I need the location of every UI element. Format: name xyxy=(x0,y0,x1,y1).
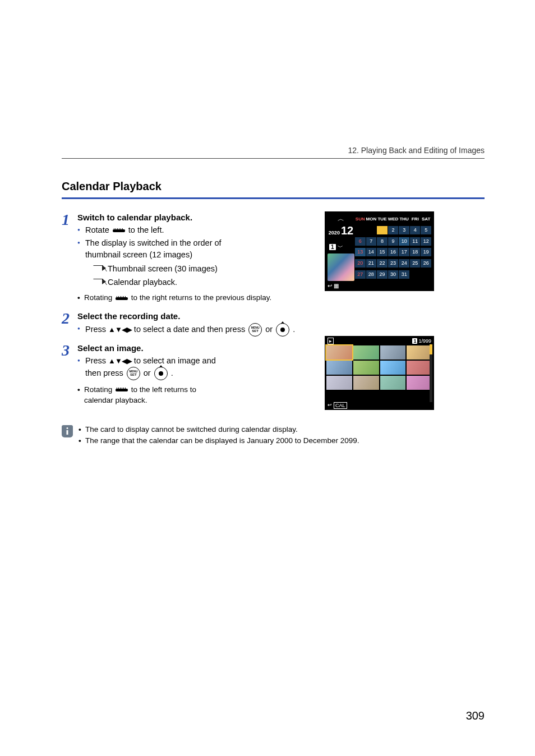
dpad-icon: ▲▼◀▶ xyxy=(108,356,132,367)
chevron-down-icon: ﹀ xyxy=(338,243,343,251)
calendar-day: 29 xyxy=(377,270,388,279)
section-divider xyxy=(62,197,485,199)
thumbnail xyxy=(353,361,379,375)
rear-dial-icon xyxy=(116,387,128,393)
calendar-day: 17 xyxy=(399,248,409,256)
calendar-day: 18 xyxy=(410,248,421,256)
divider xyxy=(62,158,485,159)
sequence-item: Thumbnail screen (30 images) xyxy=(95,263,223,275)
thumbnail xyxy=(326,376,352,390)
calendar-day: 9 xyxy=(388,237,399,246)
thumbnail xyxy=(407,361,432,375)
thumbnail xyxy=(353,345,379,359)
calendar-grid: SUN MON TUE WED THU FRI SAT 1 2 3 4 5 6 xyxy=(355,215,431,281)
calendar-day: 15 xyxy=(377,248,388,256)
calendar-day: 6 xyxy=(355,237,366,246)
instruction-text: Press ▲▼◀▶ to select an image and then p… xyxy=(77,355,223,380)
calendar-screenshot: ︿ 2020 12 1 ﹀ SUN MON TUE WED xyxy=(325,211,434,291)
calendar-day: 2 xyxy=(388,226,399,234)
calendar-day: 5 xyxy=(421,226,431,234)
calendar-day: 28 xyxy=(366,270,377,279)
weekday-header: THU xyxy=(399,215,409,223)
playback-icon: ▸ xyxy=(328,338,334,344)
calendar-day: 19 xyxy=(421,248,431,256)
weekday-header: WED xyxy=(388,215,399,223)
chapter-header: 12. Playing Back and Editing of Images xyxy=(62,146,485,155)
instruction-text: The display is switched in the order of … xyxy=(77,237,223,288)
calendar-month: 12 xyxy=(341,224,353,237)
info-note: The card to display cannot be switched d… xyxy=(62,424,485,447)
calendar-day: 31 xyxy=(399,270,409,279)
calendar-day: 8 xyxy=(377,237,388,246)
thumbnail xyxy=(353,376,379,390)
card-slot-icon: 1 xyxy=(412,338,417,344)
calendar-year: 2020 xyxy=(329,230,340,236)
info-item: The range that the calendar can be displ… xyxy=(79,435,359,446)
calendar-day: 25 xyxy=(410,259,421,268)
info-icon xyxy=(62,425,73,437)
calendar-day: 12 xyxy=(421,237,431,246)
calendar-day: 23 xyxy=(388,259,399,268)
return-icon: ↩ xyxy=(328,283,332,289)
section-title: Calendar Playback xyxy=(62,180,485,193)
rear-dial-icon xyxy=(113,228,125,233)
calendar-day-today: 13 xyxy=(355,248,366,256)
return-icon: ↩ xyxy=(328,402,332,409)
calendar-day: 14 xyxy=(366,248,377,256)
calendar-day: 7 xyxy=(366,237,377,246)
scrollbar xyxy=(430,344,432,402)
calendar-day: 30 xyxy=(388,270,399,279)
weekday-header: MON xyxy=(366,215,377,223)
grid-icon: ▦ xyxy=(334,283,339,289)
calendar-day: 16 xyxy=(388,248,399,256)
calendar-day: 24 xyxy=(399,259,409,268)
instruction-text: Press ▲▼◀▶ to select a date and then pre… xyxy=(77,323,485,336)
thumbnail xyxy=(380,345,406,359)
thumbnail-grid-screenshot: ▸ 11/999 ↩CAL xyxy=(325,336,434,410)
calendar-day: 22 xyxy=(377,259,388,268)
note-text: Rotating to the left returns to calendar… xyxy=(77,385,223,406)
cal-label: CAL xyxy=(334,402,347,409)
sequence-item: Calendar playback. xyxy=(95,276,223,288)
joystick-icon xyxy=(154,367,168,380)
note-text: Rotating to the right returns to the pre… xyxy=(77,293,485,303)
thumbnail xyxy=(380,376,406,390)
calendar-day-selected: 1 xyxy=(377,226,388,234)
weekday-header: SUN xyxy=(355,215,366,223)
weekday-header: FRI xyxy=(410,215,421,223)
calendar-day: 10 xyxy=(399,237,409,246)
calendar-day: 21 xyxy=(366,259,377,268)
calendar-day: 27 xyxy=(355,270,366,279)
card-slot-icon: 1 xyxy=(329,244,336,250)
joystick-icon xyxy=(276,323,289,336)
thumbnail xyxy=(380,361,406,375)
calendar-day: 3 xyxy=(399,226,409,234)
step-heading: Select the recording date. xyxy=(77,311,485,321)
step-number: 2 xyxy=(62,310,77,341)
info-item: The card to display cannot be switched d… xyxy=(79,424,359,435)
page-number: 309 xyxy=(466,709,485,722)
selected-date-thumbnail xyxy=(328,253,354,281)
instruction-text: Rotate to the left. xyxy=(77,224,223,236)
thumbnail xyxy=(326,345,352,359)
step-number: 3 xyxy=(62,342,77,412)
dpad-icon: ▲▼◀▶ xyxy=(108,325,132,335)
thumbnail xyxy=(407,345,432,359)
thumbnail xyxy=(407,376,432,390)
chevron-up-icon: ︿ xyxy=(328,215,354,223)
rear-dial-icon xyxy=(116,296,128,301)
calendar-day: 26 xyxy=(421,259,431,268)
thumbnail xyxy=(326,361,352,375)
calendar-day: 4 xyxy=(410,226,421,234)
step-number: 1 xyxy=(62,211,77,309)
calendar-day: 20 xyxy=(355,259,366,268)
calendar-day: 11 xyxy=(410,237,421,246)
menu-set-icon: MENUSET xyxy=(127,367,140,380)
weekday-header: TUE xyxy=(377,215,388,223)
image-counter: 1/999 xyxy=(418,338,431,344)
weekday-header: SAT xyxy=(421,215,431,223)
menu-set-icon: MENUSET xyxy=(248,323,262,336)
